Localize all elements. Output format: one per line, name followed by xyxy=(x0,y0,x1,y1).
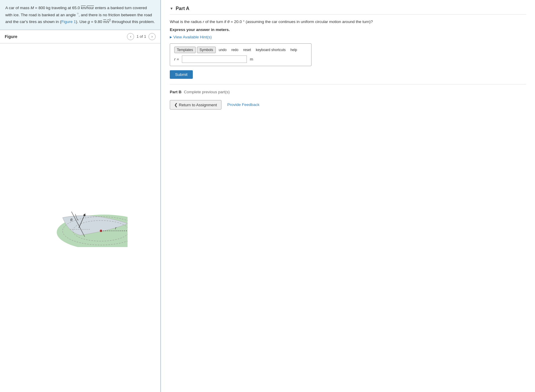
input-row: r = m xyxy=(174,55,307,63)
figure-header: Figure ‹ 1 of 1 › xyxy=(0,30,160,43)
return-to-assignment-button[interactable]: ❮ Return to Assignment xyxy=(170,100,221,110)
problem-statement: A car of mass M = 800 kg traveling at 65… xyxy=(0,0,160,30)
left-panel: A car of mass M = 800 kg traveling at 65… xyxy=(0,0,161,392)
prev-figure-button[interactable]: ‹ xyxy=(127,33,134,40)
figure-counter: 1 of 1 xyxy=(136,34,146,39)
templates-button[interactable]: Templates xyxy=(174,47,196,53)
express-answer-label: Express your answer in meters. xyxy=(170,27,526,32)
reset-button[interactable]: reset xyxy=(241,47,253,53)
banked-turn-figure: r θ xyxy=(33,188,128,247)
figure-image-area: r θ xyxy=(0,43,160,392)
part-b-row: Part B Complete previous part(s) xyxy=(170,90,526,94)
actions-row: ❮ Return to Assignment Provide Feedback xyxy=(170,100,526,110)
help-button[interactable]: help xyxy=(289,47,299,53)
unit-label: m xyxy=(250,57,253,61)
divider xyxy=(170,84,526,84)
toolbar: Templates Symbols undo redo reset keyboa… xyxy=(174,47,307,53)
figure-title: Figure xyxy=(5,34,17,39)
mass-symbol: M xyxy=(31,6,34,10)
figure-nav: ‹ 1 of 1 › xyxy=(127,33,156,40)
svg-text:θ: θ xyxy=(70,218,72,222)
part-b-status: Complete previous part(s) xyxy=(184,90,230,94)
right-panel: ▼ Part A What is the radius r of the tur… xyxy=(161,0,535,392)
part-b-label: Part B xyxy=(170,90,182,94)
symbols-button[interactable]: Symbols xyxy=(197,47,216,53)
radius-input[interactable] xyxy=(182,55,247,63)
part-a-header: ▼ Part A xyxy=(170,6,526,14)
submit-button[interactable]: Submit xyxy=(170,70,193,79)
answer-box: Templates Symbols undo redo reset keyboa… xyxy=(170,43,311,66)
figure-area: Figure ‹ 1 of 1 › xyxy=(0,30,160,392)
redo-button[interactable]: redo xyxy=(229,47,240,53)
svg-text:r: r xyxy=(115,226,117,230)
keyboard-shortcuts-button[interactable]: keyboard shortcuts xyxy=(254,47,287,53)
next-figure-button[interactable]: › xyxy=(149,33,156,40)
part-a-label: Part A xyxy=(176,6,190,11)
hint-link[interactable]: View Available Hint(s) xyxy=(170,35,526,39)
undo-button[interactable]: undo xyxy=(217,47,229,53)
part-a-toggle[interactable]: ▼ xyxy=(170,6,173,11)
part-a-question: What is the radius r of the turn if θ = … xyxy=(170,19,526,25)
figure-link[interactable]: Figure 1 xyxy=(61,19,76,24)
provide-feedback-link[interactable]: Provide Feedback xyxy=(227,102,260,107)
input-label: r = xyxy=(174,57,179,61)
